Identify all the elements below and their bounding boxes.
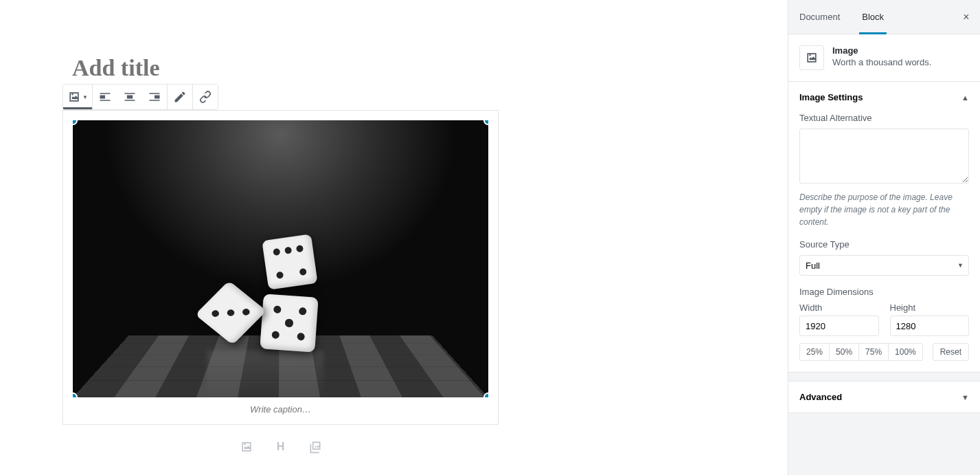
percent-buttons: 25% 50% 75% 100% [799, 343, 923, 361]
block-info-description: Worth a thousand words. [832, 57, 931, 67]
chevron-down-icon: ▼ [82, 94, 88, 100]
image-settings-panel: Image Settings ▲ Textual Alternative Des… [788, 82, 980, 373]
panel-spacer [788, 373, 980, 381]
width-label: Width [799, 302, 822, 313]
alt-text-label: Textual Alternative [799, 113, 969, 123]
image-icon [240, 440, 253, 454]
align-right-icon [148, 90, 161, 104]
width-input[interactable] [799, 316, 879, 336]
image-icon [799, 45, 824, 70]
image-preview[interactable] [73, 120, 488, 397]
insert-heading-block-button[interactable]: H [273, 439, 289, 455]
percent-25-button[interactable]: 25% [800, 344, 830, 360]
insert-image-block-button[interactable] [238, 439, 255, 455]
pencil-icon [173, 90, 187, 104]
source-type-select[interactable]: Full [799, 255, 969, 276]
image-settings-toggle[interactable]: Image Settings ▲ [788, 82, 980, 113]
percent-100-button[interactable]: 100% [889, 344, 922, 360]
image-caption-input[interactable] [73, 404, 488, 415]
align-right-button[interactable] [142, 85, 167, 109]
block-toolbar: ▼ [62, 84, 218, 110]
gallery-icon [308, 440, 322, 454]
align-left-button[interactable] [93, 85, 117, 109]
image-block-wrapper: ▼ [62, 84, 499, 425]
advanced-toggle[interactable]: Advanced ▼ [788, 382, 980, 412]
percent-50-button[interactable]: 50% [830, 344, 859, 360]
insert-link-button[interactable] [193, 85, 218, 109]
block-info-title: Image [832, 45, 931, 56]
sidebar-tabs: Document Block × [788, 0, 980, 34]
block-info-card: Image Worth a thousand words. [788, 34, 980, 82]
advanced-panel: Advanced ▼ [788, 381, 980, 413]
insert-gallery-block-button[interactable] [307, 439, 323, 455]
alt-text-help: Describe the purpose of the image. Leave… [799, 191, 969, 228]
image-content [73, 120, 488, 397]
link-icon [198, 90, 212, 104]
percent-75-button[interactable]: 75% [859, 344, 889, 360]
height-input[interactable] [890, 316, 970, 336]
settings-sidebar: Document Block × Image Worth a thousand … [788, 0, 980, 475]
post-title-input[interactable] [72, 55, 498, 81]
image-dimensions-label: Image Dimensions [799, 287, 969, 297]
source-type-label: Source Type [799, 239, 969, 250]
resize-handle-bottom-right[interactable] [483, 393, 488, 397]
height-label: Height [890, 302, 916, 313]
align-center-button[interactable] [117, 85, 142, 109]
block-inserter-row: H [62, 439, 499, 455]
chevron-down-icon: ▼ [961, 393, 969, 401]
edit-image-button[interactable] [168, 85, 192, 109]
alt-text-textarea[interactable] [799, 129, 969, 184]
align-left-icon [98, 90, 112, 104]
align-center-icon [123, 90, 137, 104]
close-sidebar-button[interactable]: × [953, 0, 980, 34]
image-icon [67, 90, 81, 104]
block-type-switcher[interactable]: ▼ [63, 85, 92, 109]
chevron-up-icon: ▲ [961, 93, 969, 102]
panel-title: Image Settings [799, 92, 863, 102]
image-block[interactable] [62, 110, 499, 425]
editor-canvas: ▼ [0, 0, 788, 475]
reset-dimensions-button[interactable]: Reset [933, 343, 969, 361]
sidebar-filler [788, 413, 980, 475]
tab-block[interactable]: Block [851, 0, 895, 34]
tab-document[interactable]: Document [788, 0, 851, 34]
panel-title: Advanced [799, 392, 842, 402]
